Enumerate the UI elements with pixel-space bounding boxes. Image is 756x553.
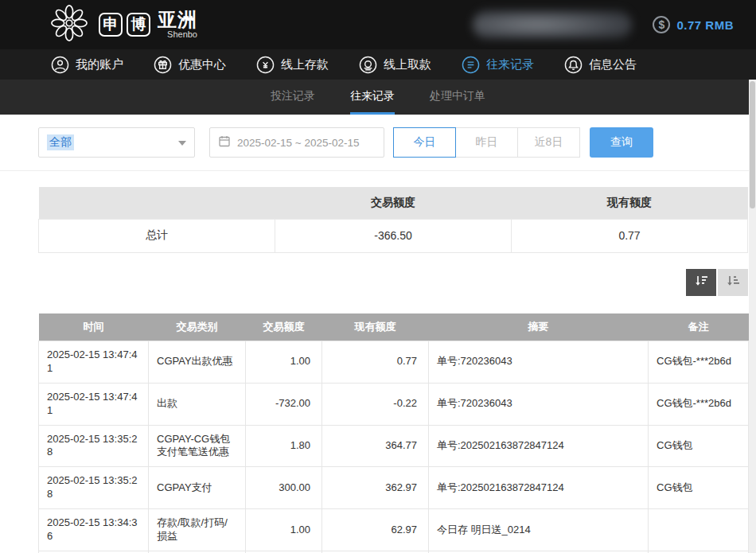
summary-total-balance: 0.77 — [512, 219, 748, 252]
vertical-scrollbar[interactable] — [749, 80, 756, 553]
table-row: 2025-02-15 13:35:28CGPAY支付300.00362.97单号… — [39, 467, 749, 509]
search-button[interactable]: 查询 — [590, 127, 653, 158]
user-icon — [51, 56, 69, 74]
nav-label: 我的账户 — [76, 57, 123, 72]
table-cell: -732.00 — [246, 383, 322, 425]
summary-header-amount: 交易额度 — [275, 187, 512, 219]
last-8-days-button[interactable]: 近8日 — [517, 127, 580, 158]
table-cell: CGPAY出款优惠 — [149, 341, 246, 384]
table-cell: 1.00 — [246, 341, 322, 384]
table-cell: 62.97 — [322, 509, 429, 551]
table-cell: CG钱包-***2b6d — [649, 341, 749, 384]
col-header-type: 交易类别 — [149, 313, 246, 341]
table-cell: 1.80 — [246, 425, 322, 467]
col-header-amount: 交易额度 — [246, 313, 322, 341]
summary-header-balance: 现有额度 — [512, 187, 748, 219]
logo-region: 亚洲 Shenbo — [158, 10, 197, 39]
table-cell: -0.22 — [322, 383, 429, 425]
sub-tabs: 投注记录 往来记录 处理中订单 — [0, 80, 756, 115]
table-cell: 单号:202502163872847124 — [429, 467, 649, 509]
nav-label: 线上取款 — [384, 57, 431, 72]
chevron-down-icon — [178, 141, 186, 146]
quick-date-group: 今日 昨日 近8日 — [394, 127, 580, 158]
logo-region-cn: 亚洲 — [158, 10, 197, 29]
table-cell: 2025-02-15 13:35:28 — [39, 425, 149, 467]
summary-header-row: 交易额度 现有额度 — [39, 187, 748, 219]
table-cell: 2025-02-15 13:35:28 — [39, 467, 149, 509]
col-header-summary: 摘要 — [429, 313, 649, 341]
table-cell: CG钱包-***2b6d — [649, 383, 749, 425]
withdraw-coin-icon — [359, 56, 377, 74]
table-cell: 存款/取款/打码/损益 — [149, 509, 246, 551]
nav-item-promotions[interactable]: 优惠中心 — [154, 56, 226, 74]
table-cell: 0.77 — [322, 341, 429, 384]
nav-label: 线上存款 — [281, 57, 329, 72]
redacted-account-name — [473, 10, 632, 39]
sort-asc-icon — [726, 274, 740, 290]
table-cell — [649, 509, 749, 551]
col-header-time: 时间 — [39, 313, 149, 341]
nav-label: 往来记录 — [486, 57, 534, 72]
nav-item-deposit[interactable]: 线上存款 — [256, 56, 329, 74]
logo-region-en: Shenbo — [158, 30, 197, 39]
summary-table: 交易额度 现有额度 总计 -366.50 0.77 — [38, 187, 748, 253]
deposit-coin-icon — [256, 56, 275, 74]
table-cell: 2025-02-15 13:47:41 — [39, 341, 149, 384]
bell-icon — [564, 56, 583, 74]
dollar-icon: $ — [653, 16, 670, 33]
table-cell: 362.97 — [322, 467, 429, 509]
col-header-balance: 现有额度 — [322, 313, 429, 341]
summary-total-label: 总计 — [39, 219, 275, 252]
records-icon — [462, 56, 480, 74]
table-cell: 单号:720236043 — [429, 341, 649, 384]
yesterday-button[interactable]: 昨日 — [455, 127, 518, 158]
table-row: 2025-02-15 13:47:41出款-732.00-0.22单号:7202… — [39, 383, 749, 425]
type-select-value: 全部 — [47, 134, 74, 150]
page: 申 博 亚洲 Shenbo $ 0.77 RMB 我的账户 — [0, 0, 756, 553]
summary-header-blank — [39, 187, 275, 219]
nav-item-withdraw[interactable]: 线上取款 — [359, 56, 431, 74]
records-table-body: 2025-02-15 13:47:41CGPAY出款优惠1.000.77单号:7… — [39, 341, 749, 553]
records-table: 时间 交易类别 交易额度 现有额度 摘要 备注 2025-02-15 13:47… — [38, 313, 749, 553]
table-row: 2025-02-15 13:34:36存款/取款/打码/损益1.0062.97今… — [39, 509, 749, 551]
table-cell: 300.00 — [246, 467, 322, 509]
table-cell: 出款 — [149, 383, 246, 425]
summary-total-row: 总计 -366.50 0.77 — [39, 219, 748, 252]
scrollbar-thumb[interactable] — [750, 81, 755, 208]
nav-item-my-account[interactable]: 我的账户 — [51, 56, 123, 74]
filter-bar: 全部 2025-02-15 ~ 2025-02-15 今日 昨日 近8日 查询 — [0, 115, 756, 171]
nav-item-transaction-records[interactable]: 往来记录 — [462, 56, 534, 74]
sort-desc-icon — [694, 274, 708, 290]
balance-amount: 0.77 RMB — [676, 18, 734, 32]
balance-display: $ 0.77 RMB — [653, 16, 734, 33]
nav-label: 信息公告 — [589, 57, 637, 72]
flower-logo-icon — [49, 3, 89, 46]
table-cell: 2025-02-15 13:34:36 — [39, 509, 149, 551]
table-cell: CG钱包 — [649, 425, 749, 467]
table-cell: 今日存 明日送_0214 — [429, 509, 649, 551]
calendar-icon — [218, 134, 231, 150]
top-bar: 申 博 亚洲 Shenbo $ 0.77 RMB — [0, 0, 756, 49]
table-cell: 364.77 — [322, 425, 429, 467]
sort-asc-button[interactable] — [718, 269, 748, 296]
logo-char-bo: 博 — [127, 13, 150, 37]
tab-betting-records[interactable]: 投注记录 — [271, 80, 315, 115]
tab-processing-orders[interactable]: 处理中订单 — [430, 80, 485, 115]
type-select[interactable]: 全部 — [38, 127, 195, 158]
date-range-value: 2025-02-15 ~ 2025-02-15 — [237, 137, 360, 149]
today-button[interactable]: 今日 — [393, 127, 456, 158]
nav-item-announcements[interactable]: 信息公告 — [564, 56, 637, 74]
sort-desc-button[interactable] — [686, 269, 716, 296]
date-range-picker[interactable]: 2025-02-15 ~ 2025-02-15 — [209, 127, 384, 158]
table-cell: CG钱包 — [649, 467, 749, 509]
summary-total-amount: -366.50 — [275, 219, 512, 252]
main-nav: 我的账户 优惠中心 线上存款 线上取款 — [0, 49, 756, 80]
table-row: 2025-02-15 13:35:28CGPAY-CG钱包支付笔笔送优惠1.80… — [39, 425, 749, 467]
table-cell: 2025-02-15 13:47:41 — [39, 383, 149, 425]
logo-char-shen: 申 — [99, 13, 123, 37]
tab-transaction-records[interactable]: 往来记录 — [350, 80, 395, 115]
table-cell: CGPAY支付 — [149, 467, 246, 509]
table-cell: 单号:202502163872847124 — [429, 425, 649, 467]
records-header-row: 时间 交易类别 交易额度 现有额度 摘要 备注 — [39, 313, 749, 341]
table-cell: 1.00 — [246, 509, 322, 551]
